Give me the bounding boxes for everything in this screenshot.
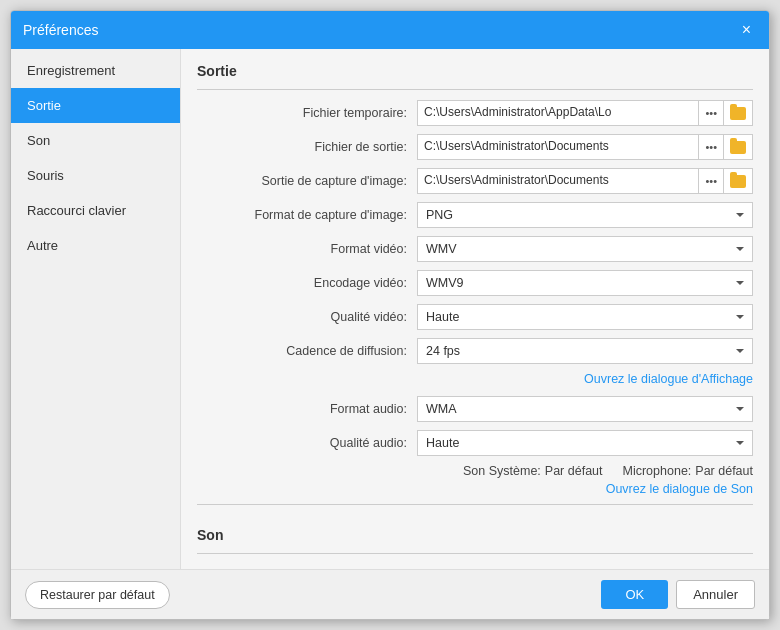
label-format-video: Format vidéo:	[197, 242, 417, 256]
sidebar-item-enregistrement[interactable]: Enregistrement	[11, 53, 180, 88]
control-qualite-audio: Haute Moyenne Basse	[417, 430, 753, 456]
bottom-bar: Restaurer par défaut OK Annuler	[11, 569, 769, 619]
folder-icon-capture	[730, 175, 746, 188]
row-encodage-video: Encodage vidéo: WMV9 WMV8 H264	[197, 270, 753, 296]
select-format-audio[interactable]: WMA MP3 AAC	[417, 396, 753, 422]
son-section: Son Son Système: ⚙ 🔊	[197, 504, 753, 569]
microphone-label: Microphone:	[623, 464, 692, 478]
row-cadence: Cadence de diffusion: 24 fps 30 fps 60 f…	[197, 338, 753, 364]
dots-button-fichier-sortie[interactable]: •••	[699, 134, 724, 160]
sidebar-item-sortie[interactable]: Sortie	[11, 88, 180, 123]
folder-button-fichier-temporaire[interactable]	[724, 100, 753, 126]
select-encodage-video[interactable]: WMV9 WMV8 H264	[417, 270, 753, 296]
label-qualite-audio: Qualité audio:	[197, 436, 417, 450]
display-link[interactable]: Ouvrez le dialogue d'Affichage	[584, 372, 753, 386]
control-fichier-temporaire: C:\Users\Administrator\AppData\Lo •••	[417, 100, 753, 126]
select-format-video[interactable]: WMV MP4 AVI	[417, 236, 753, 262]
close-button[interactable]: ×	[736, 19, 757, 41]
ok-button[interactable]: OK	[601, 580, 668, 609]
folder-icon	[730, 107, 746, 120]
row-son-link: Ouvrez le dialogue de Son	[197, 482, 753, 496]
control-format-video: WMV MP4 AVI	[417, 236, 753, 262]
restore-button[interactable]: Restaurer par défaut	[25, 581, 170, 609]
label-format-capture: Format de capture d'image:	[197, 208, 417, 222]
select-format-capture[interactable]: PNG JPG BMP	[417, 202, 753, 228]
folder-button-sortie-capture[interactable]	[724, 168, 753, 194]
path-sortie-capture: C:\Users\Administrator\Documents	[417, 168, 699, 194]
sidebar-item-souris[interactable]: Souris	[11, 158, 180, 193]
row-format-capture: Format de capture d'image: PNG JPG BMP	[197, 202, 753, 228]
control-format-capture: PNG JPG BMP	[417, 202, 753, 228]
select-qualite-audio[interactable]: Haute Moyenne Basse	[417, 430, 753, 456]
control-cadence: 24 fps 30 fps 60 fps	[417, 338, 753, 364]
control-fichier-sortie: C:\Users\Administrator\Documents •••	[417, 134, 753, 160]
son-systeme-label: Son Système:	[463, 464, 541, 478]
control-qualite-video: Haute Moyenne Basse	[417, 304, 753, 330]
label-qualite-video: Qualité vidéo:	[197, 310, 417, 324]
label-fichier-temporaire: Fichier temporaire:	[197, 106, 417, 120]
folder-icon-sortie	[730, 141, 746, 154]
son-link[interactable]: Ouvrez le dialogue de Son	[606, 482, 753, 496]
dots-button-fichier-temporaire[interactable]: •••	[699, 100, 724, 126]
label-format-audio: Format audio:	[197, 402, 417, 416]
row-format-audio: Format audio: WMA MP3 AAC	[197, 396, 753, 422]
main-content: Sortie Fichier temporaire: C:\Users\Admi…	[181, 49, 769, 569]
row-qualite-video: Qualité vidéo: Haute Moyenne Basse	[197, 304, 753, 330]
preferences-dialog: Préférences × Enregistrement Sortie Son …	[10, 10, 770, 620]
dialog-body: Enregistrement Sortie Son Souris Raccour…	[11, 49, 769, 569]
label-sortie-capture: Sortie de capture d'image:	[197, 174, 417, 188]
title-bar: Préférences ×	[11, 11, 769, 49]
row-fichier-temporaire: Fichier temporaire: C:\Users\Administrat…	[197, 100, 753, 126]
row-format-video: Format vidéo: WMV MP4 AVI	[197, 236, 753, 262]
dialog-title: Préférences	[23, 22, 98, 38]
cancel-button[interactable]: Annuler	[676, 580, 755, 609]
control-format-audio: WMA MP3 AAC	[417, 396, 753, 422]
sidebar-item-autre[interactable]: Autre	[11, 228, 180, 263]
sidebar: Enregistrement Sortie Son Souris Raccour…	[11, 49, 181, 569]
dots-button-sortie-capture[interactable]: •••	[699, 168, 724, 194]
bottom-right: OK Annuler	[601, 580, 755, 609]
section-title-son: Son	[197, 513, 753, 554]
row-qualite-audio: Qualité audio: Haute Moyenne Basse	[197, 430, 753, 456]
path-fichier-sortie: C:\Users\Administrator\Documents	[417, 134, 699, 160]
microphone-status: Microphone: Par défaut	[623, 464, 753, 478]
select-qualite-video[interactable]: Haute Moyenne Basse	[417, 304, 753, 330]
sidebar-item-son[interactable]: Son	[11, 123, 180, 158]
microphone-value: Par défaut	[695, 464, 753, 478]
row-fichier-sortie: Fichier de sortie: C:\Users\Administrato…	[197, 134, 753, 160]
select-cadence[interactable]: 24 fps 30 fps 60 fps	[417, 338, 753, 364]
label-fichier-sortie: Fichier de sortie:	[197, 140, 417, 154]
label-encodage-video: Encodage vidéo:	[197, 276, 417, 290]
son-systeme-value: Par défaut	[545, 464, 603, 478]
status-row: Son Système: Par défaut Microphone: Par …	[197, 464, 753, 478]
control-encodage-video: WMV9 WMV8 H264	[417, 270, 753, 296]
section-title-sortie: Sortie	[197, 49, 753, 90]
sidebar-item-raccourci-clavier[interactable]: Raccourci clavier	[11, 193, 180, 228]
row-display-link: Ouvrez le dialogue d'Affichage	[197, 372, 753, 386]
folder-button-fichier-sortie[interactable]	[724, 134, 753, 160]
son-systeme-status: Son Système: Par défaut	[463, 464, 603, 478]
label-cadence: Cadence de diffusion:	[197, 344, 417, 358]
path-fichier-temporaire: C:\Users\Administrator\AppData\Lo	[417, 100, 699, 126]
control-sortie-capture: C:\Users\Administrator\Documents •••	[417, 168, 753, 194]
row-sortie-capture: Sortie de capture d'image: C:\Users\Admi…	[197, 168, 753, 194]
